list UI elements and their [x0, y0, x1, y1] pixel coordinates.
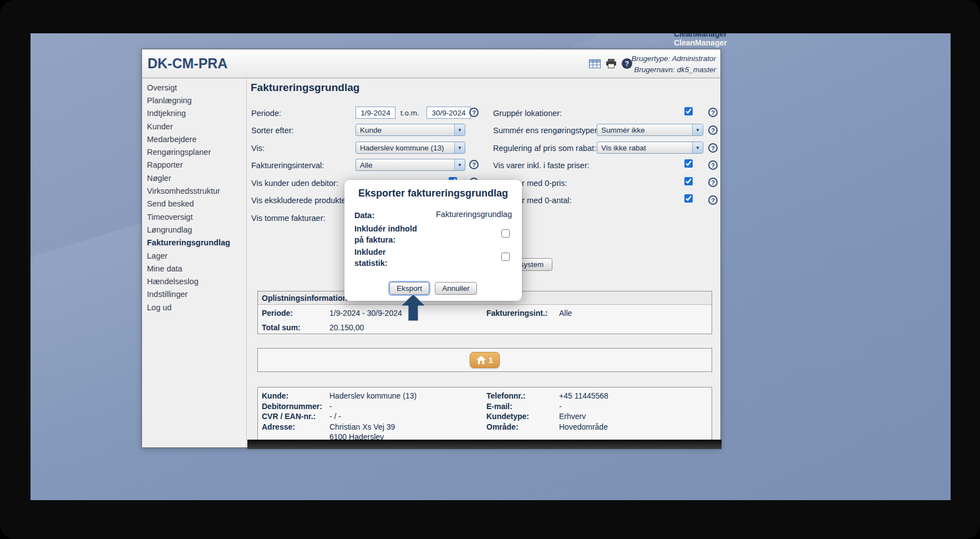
chevron-down-icon: ▼: [454, 142, 465, 153]
sidebar-item-oversigt[interactable]: Oversigt: [142, 81, 246, 94]
grupper-lokationer-help-icon[interactable]: ?: [708, 108, 718, 117]
summer-dropdown[interactable]: Summér ikke ▼: [597, 124, 703, 136]
sidebar-item-medarbejdere[interactable]: Medarbejdere: [142, 133, 246, 145]
table-header-strip: [247, 440, 722, 449]
sidebar-item-faktureringsgrundlag[interactable]: Faktureringsgrundlag: [142, 236, 246, 249]
ekskluderede-label: Vis ekskluderede produkter:: [251, 196, 351, 205]
kunde-value: Haderslev kommune (13): [329, 391, 486, 401]
house-icon: [476, 356, 486, 364]
user-type: Brugertype: Administrator: [631, 53, 716, 64]
pager-box: 1: [257, 348, 712, 372]
user-name: Brugernavn: dk5_master: [631, 64, 716, 75]
sidebar-item-planlaegning[interactable]: Planlægning: [142, 94, 246, 107]
include-content-checkbox[interactable]: [501, 229, 510, 238]
chevron-down-icon: ▼: [692, 124, 703, 135]
chevron-down-icon: ▼: [454, 159, 465, 170]
sidebar-item-rengoeringsplaner[interactable]: Rengøringsplaner: [142, 145, 246, 158]
summer-label: Summér ens rengøringstyper:: [493, 126, 600, 135]
regulering-help-icon[interactable]: ?: [708, 143, 718, 153]
sorter-dropdown[interactable]: Kunde ▼: [356, 124, 465, 136]
omrade-value: Hovedområde: [559, 422, 712, 441]
grupper-lokationer-label: Gruppér lokationer:: [493, 109, 562, 118]
main-content: Faktureringsgrundlag Periode: t.o.m. ? S…: [247, 79, 720, 447]
customer-page-button[interactable]: 1: [470, 352, 500, 368]
periode-to-input[interactable]: [426, 107, 471, 119]
regulering-label: Regulering af pris som rabat:: [493, 144, 596, 153]
annuller-button[interactable]: Annuller: [435, 282, 477, 295]
modal-title: Eksporter faktureringsgrundlag: [344, 188, 522, 199]
nul-antal-checkbox[interactable]: [684, 194, 693, 203]
sidebar-item-indtjekning[interactable]: Indtjekning: [142, 107, 246, 120]
periode-from-input[interactable]: [356, 107, 395, 119]
screen-frame: CleanManager CleanManager DK-CM-PRA: [0, 0, 980, 539]
vis-label: Vis:: [251, 144, 265, 153]
table-view-icon[interactable]: [589, 59, 601, 68]
debitor-value: -: [329, 401, 486, 412]
faste-priser-help-icon[interactable]: ?: [708, 160, 718, 170]
sidebar-item-timeoversigt[interactable]: Timeoversigt: [142, 210, 246, 223]
nul-pris-help-icon[interactable]: ?: [708, 178, 718, 187]
periode-tom-label: t.o.m.: [400, 109, 419, 117]
interval-dropdown[interactable]: Alle ▼: [356, 159, 465, 171]
summary-total-value: 20.150,00: [329, 320, 486, 334]
periode-help-icon[interactable]: ?: [469, 108, 479, 117]
sidebar-item-log-ud[interactable]: Log ud: [142, 301, 246, 314]
sidebar-item-virksomhedsstruktur[interactable]: Virksomhedsstruktur: [142, 184, 246, 197]
tomme-fakturaer-label: Vis tomme fakturaer:: [251, 214, 326, 223]
sidebar-item-send-besked[interactable]: Send besked: [142, 198, 246, 210]
include-stats-checkbox[interactable]: [501, 253, 510, 261]
chevron-down-icon: ▼: [454, 124, 465, 135]
app-window: DK-CM-PRA ?: [141, 49, 721, 448]
sidebar-item-kunder[interactable]: Kunder: [142, 120, 246, 133]
debitor-label: Debitornummer:: [262, 401, 329, 412]
nul-pris-checkbox[interactable]: [684, 177, 693, 185]
modal-data-label: Data:: [354, 210, 374, 221]
email-value: -: [559, 401, 712, 412]
faste-priser-checkbox[interactable]: [684, 159, 693, 168]
help-icon[interactable]: ?: [622, 58, 632, 69]
desktop-background: CleanManager CleanManager DK-CM-PRA: [31, 33, 951, 500]
nul-antal-help-icon[interactable]: ?: [708, 195, 718, 205]
interval-help-icon[interactable]: ?: [469, 160, 479, 169]
telefon-value: +45 11445568: [559, 391, 712, 401]
content-heading: Faktureringsgrundlag: [251, 82, 359, 94]
summer-help-icon[interactable]: ?: [708, 125, 718, 135]
modal-data-value: Faktureringsgrundlag: [436, 210, 512, 219]
grupper-lokationer-checkbox[interactable]: [684, 107, 693, 115]
cvr-value: - / -: [329, 411, 486, 422]
pager-count: 1: [489, 355, 493, 365]
pointer-arrow-annotation: [401, 294, 425, 321]
interval-label: Faktureringsinterval:: [251, 161, 324, 170]
faste-priser-label: Vis varer inkl. i faste priser:: [493, 161, 590, 170]
omrade-label: Område:: [486, 422, 559, 441]
email-label: E-mail:: [486, 401, 559, 412]
sidebar-item-loengrundlag[interactable]: Løngrundlag: [142, 223, 246, 236]
sorter-label: Sorter efter:: [251, 126, 294, 135]
periode-label: Periode:: [251, 109, 281, 118]
sidebar-item-mine-data[interactable]: Mine data: [142, 262, 246, 275]
window-header: DK-CM-PRA ?: [142, 49, 720, 78]
sidebar-item-noegler[interactable]: Nøgler: [142, 172, 246, 184]
vis-dropdown-value: Haderslev kommune (13): [356, 144, 444, 152]
summary-periode-label: Periode:: [262, 306, 329, 320]
eksport-button[interactable]: Eksport: [389, 282, 429, 295]
sidebar-item-haendelseslog[interactable]: Hændelseslog: [142, 275, 246, 288]
sidebar-item-indstillinger[interactable]: Indstillinger: [142, 288, 246, 301]
sidebar-item-rapporter[interactable]: Rapporter: [142, 159, 246, 172]
adresse-label: Adresse:: [262, 422, 329, 441]
print-icon[interactable]: [606, 59, 617, 68]
customer-grid: Kunde: Haderslev kommune (13) Telefonnr.…: [258, 387, 712, 440]
kundetype-label: Kundetype:: [486, 411, 559, 422]
summer-dropdown-value: Summér ikke: [597, 126, 645, 134]
include-content-label: Inkludér indhold på faktura:: [354, 223, 417, 245]
kunde-label: Kunde:: [262, 391, 329, 401]
kundetype-value: Erhverv: [559, 411, 712, 422]
include-stats-label: Inkluder statistik:: [354, 246, 388, 269]
vis-dropdown[interactable]: Haderslev kommune (13) ▼: [356, 142, 465, 154]
sidebar-item-lager[interactable]: Lager: [142, 249, 246, 262]
regulering-dropdown[interactable]: Vis ikke rabat ▼: [597, 142, 703, 154]
cvr-label: CVR / EAN-nr.:: [262, 411, 329, 422]
regulering-dropdown-value: Vis ikke rabat: [597, 144, 646, 152]
interval-dropdown-value: Alle: [356, 161, 373, 169]
sidebar-menu: Oversigt Planlægning Indtjekning Kunder …: [142, 79, 247, 447]
